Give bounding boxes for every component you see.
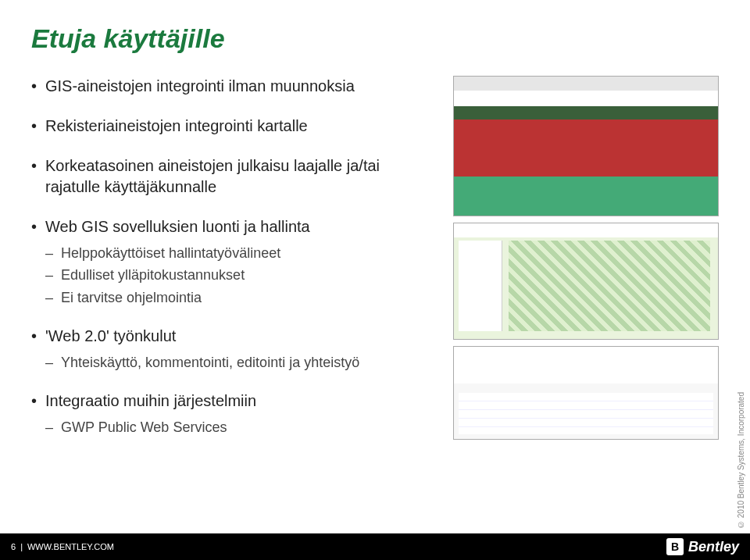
bentley-logo-icon: B — [666, 538, 684, 555]
sub-bullet-item: Yhteiskäyttö, kommentointi, editointi ja… — [45, 353, 438, 372]
screenshot-column — [453, 76, 719, 455]
footer-left: 6 | WWW.BENTLEY.COM — [11, 542, 114, 551]
bullet-text: Integraatio muihin järjestelmiin — [45, 392, 256, 409]
sub-bullet-item: Helppokäyttöiset hallintatyövälineet — [45, 244, 438, 262]
bullet-item: GIS-aineistojen integrointi ilman muunno… — [31, 76, 438, 97]
sub-bullet-list: GWP Public Web Services — [45, 418, 438, 437]
copyright-text: © 2010 Bentley Systems, Incorporated — [737, 392, 745, 529]
footer-logo: B Bentley — [666, 538, 739, 555]
bullet-text: 'Web 2.0' työnkulut — [45, 327, 176, 344]
content-row: GIS-aineistojen integrointi ilman muunno… — [31, 76, 719, 455]
bullet-item: Integraatio muihin järjestelmiin GWP Pub… — [31, 391, 438, 437]
footer-separator: | — [20, 542, 23, 551]
bullet-item: Korkeatasoinen aineistojen julkaisu laaj… — [31, 155, 438, 198]
bullet-list-container: GIS-aineistojen integrointi ilman muunno… — [31, 76, 438, 455]
sub-bullet-item: GWP Public Web Services — [45, 418, 438, 437]
sub-bullet-list: Helppokäyttöiset hallintatyövälineet Edu… — [45, 244, 438, 307]
sub-bullet-list: Yhteiskäyttö, kommentointi, editointi ja… — [45, 353, 438, 372]
screenshot-map-viewer — [453, 223, 719, 340]
bullet-text: Web GIS sovelluksien luonti ja hallinta — [45, 218, 310, 235]
bullet-list: GIS-aineistojen integrointi ilman muunno… — [31, 76, 438, 437]
footer-brand: Bentley — [688, 539, 739, 555]
page-number: 6 — [11, 542, 16, 551]
screenshot-geo-web-publisher — [453, 76, 719, 216]
sub-bullet-item: Ei tarvitse ohjelmointia — [45, 288, 438, 307]
bullet-item: Rekisteriaineistojen integrointi kartall… — [31, 116, 438, 137]
slide-footer: 6 | WWW.BENTLEY.COM B Bentley — [0, 533, 750, 560]
slide-title: Etuja käyttäjille — [31, 23, 719, 54]
footer-url: WWW.BENTLEY.COM — [27, 542, 114, 551]
bullet-item: 'Web 2.0' työnkulut Yhteiskäyttö, kommen… — [31, 326, 438, 372]
slide: Etuja käyttäjille GIS-aineistojen integr… — [0, 0, 750, 560]
sub-bullet-item: Edulliset ylläpitokustannukset — [45, 266, 438, 284]
bullet-item: Web GIS sovelluksien luonti ja hallinta … — [31, 216, 438, 307]
screenshot-parcel-data-panel — [453, 346, 719, 440]
